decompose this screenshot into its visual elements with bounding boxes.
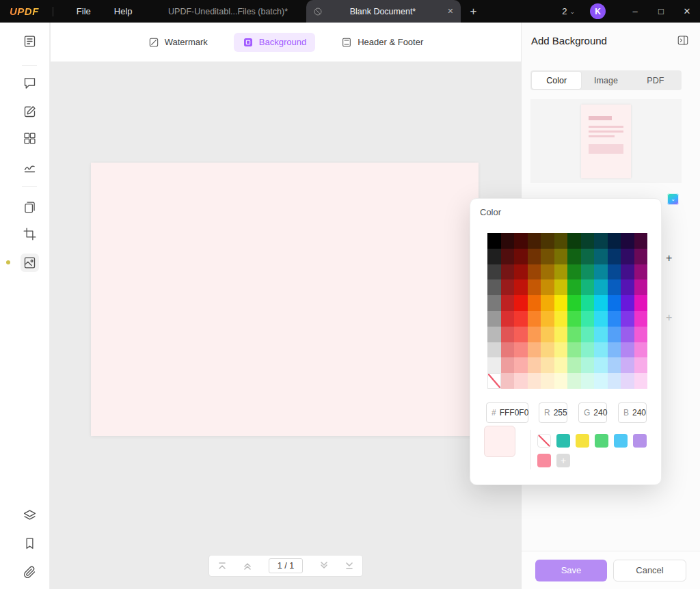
palette-cell[interactable] (514, 264, 528, 280)
palette-cell[interactable] (487, 327, 501, 342)
first-page-button[interactable] (217, 561, 227, 571)
palette-cell[interactable] (594, 249, 608, 264)
palette-cell[interactable] (608, 342, 621, 358)
palette-cell[interactable] (608, 373, 621, 389)
palette-cell[interactable] (621, 279, 634, 295)
palette-cell[interactable] (554, 311, 568, 327)
palette-cell[interactable] (541, 233, 554, 249)
palette-cell[interactable] (594, 373, 608, 389)
green-input[interactable]: G 240 (578, 402, 607, 423)
maximize-button[interactable]: □ (648, 0, 674, 23)
palette-cell[interactable] (621, 373, 634, 389)
palette-cell[interactable] (581, 279, 595, 295)
cancel-button[interactable]: Cancel (613, 560, 686, 581)
palette-cell[interactable] (514, 357, 528, 373)
palette-cell[interactable] (514, 233, 528, 249)
sign-tool-icon[interactable] (21, 158, 39, 176)
color-swatch[interactable] (633, 434, 647, 448)
palette-cell[interactable] (567, 295, 581, 311)
palette-cell[interactable] (487, 233, 501, 249)
palette-cell[interactable] (581, 295, 595, 311)
reader-tool-icon[interactable] (21, 32, 39, 51)
palette-cell[interactable] (567, 357, 581, 373)
swatch-none[interactable] (537, 434, 551, 448)
palette-cell[interactable] (581, 311, 595, 327)
palette-cell[interactable] (621, 342, 634, 358)
avatar[interactable]: K (590, 3, 606, 19)
palette-cell[interactable] (608, 279, 621, 295)
palette-cell[interactable] (528, 233, 541, 249)
palette-cell[interactable] (501, 357, 515, 373)
palette-cell[interactable] (487, 342, 501, 358)
watermark-tab[interactable]: Watermark (148, 37, 208, 48)
palette-cell[interactable] (608, 264, 621, 280)
palette-cell[interactable] (608, 327, 621, 342)
palette-cell[interactable] (594, 327, 608, 342)
palette-cell[interactable] (528, 357, 541, 373)
palette-cell[interactable] (528, 342, 541, 358)
palette-cell[interactable] (621, 249, 634, 264)
color-swatch[interactable] (576, 434, 589, 448)
palette-cell-none[interactable] (487, 373, 501, 389)
palette-cell[interactable] (554, 295, 568, 311)
palette-cell[interactable] (567, 249, 581, 264)
palette-cell[interactable] (567, 264, 581, 280)
palette-cell[interactable] (594, 264, 608, 280)
palette-cell[interactable] (634, 311, 648, 327)
comment-tool-icon[interactable] (21, 74, 39, 92)
bookmark-icon[interactable] (21, 534, 39, 553)
palette-cell[interactable] (541, 327, 554, 342)
palette-cell[interactable] (514, 342, 528, 358)
menu-file[interactable]: File (77, 6, 91, 16)
palette-cell[interactable] (554, 342, 568, 358)
palette-cell[interactable] (514, 279, 528, 295)
palette-cell[interactable] (514, 311, 528, 327)
palette-cell[interactable] (567, 233, 581, 249)
last-page-button[interactable] (345, 561, 354, 571)
palette-cell[interactable] (541, 342, 554, 358)
document-page[interactable] (91, 163, 479, 436)
palette-cell[interactable] (581, 249, 595, 264)
palette-cell[interactable] (528, 264, 541, 280)
palette-cell[interactable] (581, 327, 595, 342)
palette-cell[interactable] (528, 373, 541, 389)
new-tab-button[interactable]: + (470, 5, 477, 18)
palette-cell[interactable] (567, 373, 581, 389)
palette-cell[interactable] (634, 342, 648, 358)
palette-cell[interactable] (501, 373, 515, 389)
palette-cell[interactable] (487, 357, 501, 373)
attachment-icon[interactable] (21, 563, 39, 581)
palette-cell[interactable] (501, 342, 515, 358)
palette-cell[interactable] (541, 373, 554, 389)
palette-cell[interactable] (594, 233, 608, 249)
palette-cell[interactable] (554, 233, 568, 249)
palette-cell[interactable] (621, 233, 634, 249)
palette-cell[interactable] (621, 357, 634, 373)
tab-pdf[interactable]: PDF (631, 72, 680, 89)
palette-cell[interactable] (541, 357, 554, 373)
background-tab[interactable]: Background (234, 33, 315, 52)
palette-cell[interactable] (554, 357, 568, 373)
increase-button[interactable]: + (666, 252, 672, 264)
edit-tool-icon[interactable] (21, 102, 39, 121)
palette-cell[interactable] (634, 373, 648, 389)
palette-cell[interactable] (581, 264, 595, 280)
palette-cell[interactable] (621, 311, 634, 327)
organize-pages-tool-icon[interactable] (21, 129, 39, 148)
palette-cell[interactable] (501, 249, 515, 264)
palette-cell[interactable] (634, 264, 648, 280)
palette-cell[interactable] (621, 327, 634, 342)
save-button[interactable]: Save (535, 560, 607, 581)
palette-cell[interactable] (608, 311, 621, 327)
palette-cell[interactable] (608, 295, 621, 311)
palette-cell[interactable] (501, 311, 515, 327)
hex-input[interactable]: # FFF0F0 (486, 402, 528, 423)
previous-page-button[interactable] (243, 561, 252, 571)
palette-cell[interactable] (514, 249, 528, 264)
palette-cell[interactable] (608, 357, 621, 373)
palette-cell[interactable] (594, 295, 608, 311)
close-button[interactable]: ✕ (674, 0, 700, 23)
palette-cell[interactable] (594, 357, 608, 373)
palette-cell[interactable] (514, 295, 528, 311)
palette-cell[interactable] (554, 264, 568, 280)
